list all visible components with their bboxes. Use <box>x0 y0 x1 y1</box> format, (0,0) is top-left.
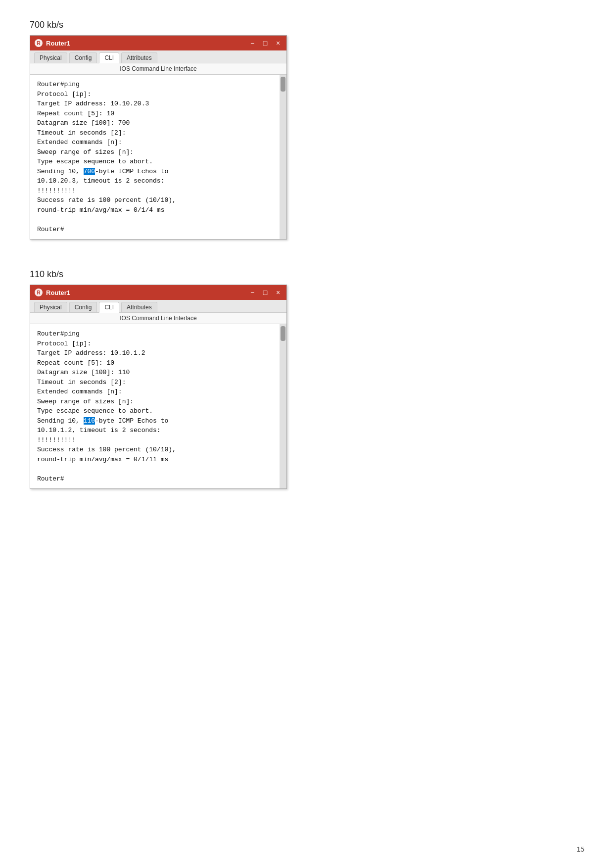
minimize-btn-1[interactable]: − <box>248 39 257 48</box>
terminal-wrapper-1: Router#ping Protocol [ip]: Target IP add… <box>30 75 286 239</box>
highlight-110: 110 <box>84 417 95 425</box>
section-1-label: 700 kb/s <box>30 20 584 30</box>
scrollbar-1[interactable] <box>280 75 286 239</box>
router-icon-1: R <box>34 39 43 48</box>
window-title-1: Router1 <box>46 40 248 47</box>
window-1: R Router1 − □ × Physical Config CLI Attr… <box>30 35 287 240</box>
title-bar-2: R Router1 − □ × <box>30 285 286 300</box>
tab-cli-1[interactable]: CLI <box>99 52 119 63</box>
title-bar-controls-2: − □ × <box>248 288 283 297</box>
scroll-thumb-1[interactable] <box>281 77 285 92</box>
title-bar-1: R Router1 − □ × <box>30 36 286 50</box>
svg-text:R: R <box>37 290 41 295</box>
maximize-btn-1[interactable]: □ <box>261 39 270 48</box>
svg-text:R: R <box>37 41 41 46</box>
cli-header-1: IOS Command Line Interface <box>30 63 286 75</box>
terminal-wrapper-2: Router#ping Protocol [ip]: Target IP add… <box>30 324 286 488</box>
scroll-thumb-2[interactable] <box>281 326 285 341</box>
maximize-btn-2[interactable]: □ <box>261 288 270 297</box>
tab-attributes-1[interactable]: Attributes <box>121 52 157 63</box>
tab-physical-2[interactable]: Physical <box>34 302 67 312</box>
tab-cli-2[interactable]: CLI <box>99 302 119 313</box>
terminal-text-2: Router#ping Protocol [ip]: Target IP add… <box>37 329 280 483</box>
close-btn-2[interactable]: × <box>274 288 283 297</box>
tab-physical-1[interactable]: Physical <box>34 52 67 63</box>
minimize-btn-2[interactable]: − <box>248 288 257 297</box>
cli-header-2: IOS Command Line Interface <box>30 313 286 324</box>
router-icon-2: R <box>34 288 43 297</box>
highlight-700: 700 <box>84 168 95 175</box>
page-number: 15 <box>576 845 584 853</box>
terminal-2[interactable]: Router#ping Protocol [ip]: Target IP add… <box>30 324 286 488</box>
window-title-2: Router1 <box>46 289 248 296</box>
section-1: 700 kb/s R Router1 − □ × Physical Config… <box>30 20 584 240</box>
title-bar-controls-1: − □ × <box>248 39 283 48</box>
tab-config-1[interactable]: Config <box>69 52 97 63</box>
tab-config-2[interactable]: Config <box>69 302 97 312</box>
section-2-label: 110 kb/s <box>30 269 584 280</box>
close-btn-1[interactable]: × <box>274 39 283 48</box>
window-2: R Router1 − □ × Physical Config CLI Attr… <box>30 285 287 489</box>
terminal-1[interactable]: Router#ping Protocol [ip]: Target IP add… <box>30 75 286 239</box>
tabs-bar-1: Physical Config CLI Attributes <box>30 50 286 63</box>
section-2: 110 kb/s R Router1 − □ × Physical Config… <box>30 269 584 489</box>
tab-attributes-2[interactable]: Attributes <box>121 302 157 312</box>
terminal-text-1: Router#ping Protocol [ip]: Target IP add… <box>37 80 280 234</box>
tabs-bar-2: Physical Config CLI Attributes <box>30 300 286 313</box>
scrollbar-2[interactable] <box>280 324 286 488</box>
